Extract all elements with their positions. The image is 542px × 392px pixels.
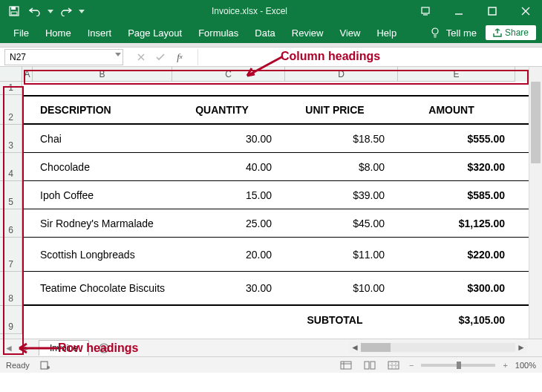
tell-me[interactable]: Tell me xyxy=(446,24,484,42)
tab-home[interactable]: Home xyxy=(38,24,79,42)
row-header-9[interactable]: 9 xyxy=(0,306,22,334)
title-bar: Invoice.xlsx - Excel xyxy=(0,0,542,22)
cell-desc: Ipoh Coffee xyxy=(33,189,172,201)
tab-page-layout[interactable]: Page Layout xyxy=(120,24,189,42)
view-page-break-icon[interactable] xyxy=(385,359,402,371)
add-sheet-button[interactable] xyxy=(95,341,113,356)
cell-qty: 25.00 xyxy=(172,218,285,229)
name-box-dropdown-icon[interactable] xyxy=(115,53,121,56)
row-header-7[interactable]: 7 xyxy=(0,238,22,272)
save-icon[interactable] xyxy=(6,3,22,19)
zoom-out-button[interactable]: − xyxy=(409,361,414,370)
sheet-nav-prev-icon[interactable]: ◄ xyxy=(0,341,18,356)
cell-desc: Chai xyxy=(33,133,172,145)
table-header-row[interactable]: DESCRIPTION QUANTITY UNIT PRICE AMOUNT xyxy=(22,95,529,125)
row-header-2[interactable]: 2 xyxy=(0,95,22,125)
share-button[interactable]: Share xyxy=(486,25,536,40)
cell-desc: Sir Rodney's Marmalade xyxy=(33,218,172,229)
header-description: DESCRIPTION xyxy=(33,104,172,116)
header-quantity: QUANTITY xyxy=(172,104,285,116)
hscroll-track[interactable] xyxy=(361,343,515,352)
row-header-4[interactable]: 4 xyxy=(0,153,22,181)
ribbon-options-icon[interactable] xyxy=(408,0,442,22)
table-row[interactable]: Chocolade 40.00 $8.00 $320.00 xyxy=(22,153,529,181)
column-headers: A B C D E xyxy=(22,67,529,82)
undo-dropdown-icon[interactable] xyxy=(48,10,53,13)
cell-amount: $300.00 xyxy=(398,282,515,294)
svg-rect-4 xyxy=(489,7,496,15)
hscroll-left-icon[interactable]: ◄ xyxy=(349,342,361,353)
table-row[interactable]: Sir Rodney's Marmalade 25.00 $45.00 $1,1… xyxy=(22,209,529,238)
cell-price: $39.00 xyxy=(285,189,398,201)
qat-customize-icon[interactable] xyxy=(79,10,85,13)
row-1[interactable] xyxy=(22,82,529,95)
row-header-8[interactable]: 8 xyxy=(0,272,22,306)
status-bar: Ready − + 100% xyxy=(0,356,542,373)
zoom-in-button[interactable]: + xyxy=(503,361,507,370)
close-button[interactable] xyxy=(509,0,542,22)
vertical-scroll-thumb[interactable] xyxy=(531,82,541,163)
table-row[interactable]: Scottish Longbreads 20.00 $11.00 $220.00 xyxy=(22,238,529,272)
cancel-formula-icon[interactable] xyxy=(135,51,147,63)
cell-qty: 15.00 xyxy=(172,189,285,201)
header-unit-price: UNIT PRICE xyxy=(285,104,398,116)
col-header-b[interactable]: B xyxy=(33,67,172,82)
svg-point-5 xyxy=(432,28,438,34)
row-headers: 1 2 3 4 5 6 7 8 9 xyxy=(0,82,22,339)
view-normal-icon[interactable] xyxy=(338,359,354,371)
svg-rect-10 xyxy=(365,362,369,369)
cell-price: $11.00 xyxy=(285,249,398,261)
enter-formula-icon[interactable] xyxy=(154,51,166,63)
name-box[interactable]: N27 xyxy=(4,49,123,65)
tab-data[interactable]: Data xyxy=(247,24,282,42)
svg-rect-1 xyxy=(11,7,16,10)
vertical-scrollbar[interactable] xyxy=(529,67,542,339)
svg-rect-7 xyxy=(41,362,48,369)
undo-icon[interactable] xyxy=(27,3,43,19)
fx-icon[interactable]: fx xyxy=(174,51,186,63)
select-all-cell[interactable] xyxy=(0,67,22,82)
zoom-slider[interactable] xyxy=(421,364,495,367)
tab-formulas[interactable]: Formulas xyxy=(191,24,246,42)
hscroll-thumb[interactable] xyxy=(361,343,391,352)
cell-amount: $220.00 xyxy=(398,249,515,261)
maximize-button[interactable] xyxy=(475,0,509,22)
hscroll-right-icon[interactable]: ► xyxy=(515,342,527,353)
svg-rect-11 xyxy=(370,362,375,369)
view-page-layout-icon[interactable] xyxy=(362,359,378,371)
sheet-nav-next-icon[interactable]: ► xyxy=(18,341,36,356)
svg-point-8 xyxy=(47,366,50,369)
table-row[interactable]: Teatime Chocolate Biscuits 30.00 $10.00 … xyxy=(22,272,529,306)
tab-review[interactable]: Review xyxy=(284,24,331,42)
col-header-a[interactable]: A xyxy=(22,67,33,82)
row-header-6[interactable]: 6 xyxy=(0,209,22,238)
subtotal-label: SUBTOTAL xyxy=(285,314,398,326)
subtotal-row[interactable]: SUBTOTAL $3,105.00 xyxy=(22,306,529,334)
tab-help[interactable]: Help xyxy=(369,24,404,42)
row-header-5[interactable]: 5 xyxy=(0,181,22,209)
tab-file[interactable]: File xyxy=(6,24,36,42)
cell-qty: 30.00 xyxy=(172,133,285,145)
sheet-tab-invoice[interactable]: Invoice xyxy=(39,340,89,356)
tab-insert[interactable]: Insert xyxy=(80,24,120,42)
table-row[interactable]: Ipoh Coffee 15.00 $39.00 $585.00 xyxy=(22,181,529,209)
tab-view[interactable]: View xyxy=(332,24,368,42)
table-row[interactable]: Chai 30.00 $18.50 $555.00 xyxy=(22,125,529,153)
cells-area[interactable]: DESCRIPTION QUANTITY UNIT PRICE AMOUNT C… xyxy=(22,82,529,339)
cell-qty: 30.00 xyxy=(172,282,285,294)
col-header-e[interactable]: E xyxy=(398,67,515,82)
col-header-d[interactable]: D xyxy=(285,67,398,82)
horizontal-scrollbar[interactable]: ◄ ► xyxy=(349,342,527,353)
redo-icon[interactable] xyxy=(58,3,74,19)
minimize-button[interactable] xyxy=(442,0,475,22)
formula-input[interactable] xyxy=(197,49,542,65)
zoom-value[interactable]: 100% xyxy=(515,361,536,370)
macro-record-icon[interactable] xyxy=(37,359,53,371)
formula-bar-row: N27 fx xyxy=(0,48,542,67)
cell-amount: $585.00 xyxy=(398,189,515,201)
col-header-c[interactable]: C xyxy=(172,67,285,82)
row-header-3[interactable]: 3 xyxy=(0,125,22,153)
svg-rect-9 xyxy=(341,362,351,369)
row-header-1[interactable]: 1 xyxy=(0,82,22,95)
zoom-thumb[interactable] xyxy=(457,362,461,369)
